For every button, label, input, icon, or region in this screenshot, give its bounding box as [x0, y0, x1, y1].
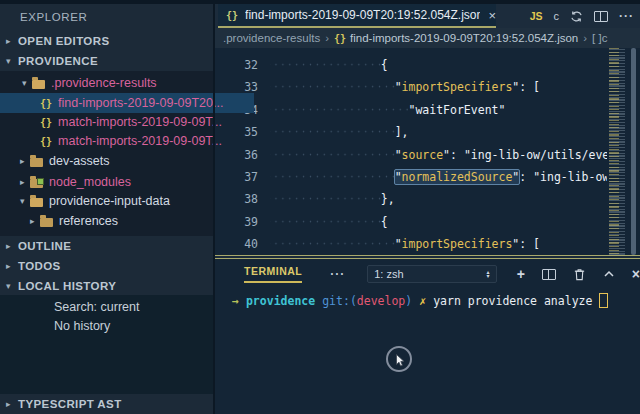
chevron-right-icon: ▸ — [6, 241, 18, 251]
folder-open-icon — [30, 198, 43, 207]
section-label: LOCAL HISTORY — [18, 280, 116, 292]
local-history-panel: Search: current No history — [0, 295, 214, 394]
tree-item-label: .providence-results — [51, 76, 157, 90]
close-tab-icon[interactable]: × — [488, 8, 496, 23]
folder-icon — [30, 158, 43, 167]
chevron-right-icon: ▸ — [6, 399, 18, 409]
tree-item-label: providence-input-data — [49, 194, 170, 208]
terminal-prompt-line[interactable]: → providence git:(develop) ✗ yarn provid… — [232, 293, 608, 308]
select-arrows-icon: ▴▾ — [487, 270, 490, 278]
new-terminal-icon[interactable]: + — [517, 266, 525, 282]
tree-item-label: match-imports-2019-09-09T... — [58, 134, 222, 148]
code-line: 37 "normalizedSource": "ing-lib-ow — [214, 166, 607, 188]
prompt-arrow-icon: → — [232, 294, 239, 308]
tree-item-providence-results[interactable]: ▾ .providence-results — [0, 73, 236, 93]
terminal-more-icon[interactable]: ··· — [330, 267, 345, 281]
chevron-right-icon: ▸ — [6, 36, 18, 46]
tab-bar: {} find-imports-2019-09-09T20:19:52.054Z… — [214, 4, 640, 28]
tree-item-label: node_modules — [49, 175, 131, 189]
editor-region: {} find-imports-2019-09-09T20:19:52.054Z… — [214, 0, 640, 414]
window-top-edge — [0, 0, 640, 4]
history-search-row[interactable]: Search: current — [54, 298, 139, 317]
terminal-panel: TERMINAL ··· 1: zsh ▴▾ + — [214, 259, 640, 414]
json-braces-icon: {} — [40, 136, 52, 147]
code-line: 36 "source": "ing-lib-ow/utils/eve — [214, 144, 607, 166]
code-line: 34 "waitForEvent" — [214, 99, 607, 121]
tree-item-match-imports-2[interactable]: {} match-imports-2019-09-09T... — [0, 131, 254, 151]
prompt-git-branch: git:(develop) — [322, 294, 412, 308]
terminal-cursor — [599, 293, 608, 308]
section-outline[interactable]: ▸ OUTLINE — [0, 236, 214, 256]
tab-title: find-imports-2019-09-09T20:19:52.054Z.js… — [245, 8, 480, 22]
section-local-history[interactable]: ▾ LOCAL HISTORY — [0, 276, 214, 296]
tree-item-match-imports-1[interactable]: {} match-imports-2019-09-09T... — [0, 112, 254, 132]
tree-item-label: references — [59, 214, 118, 228]
section-typescript-ast[interactable]: ▸ TYPESCRIPT AST — [0, 394, 214, 414]
prompt-directory: providence — [246, 294, 315, 308]
breadcrumb: .providence-results › {} find-imports-20… — [214, 28, 640, 48]
code-line: 39 { — [214, 211, 607, 233]
chevron-right-icon: ▸ — [20, 177, 30, 187]
code-editor[interactable]: 32 { 33 "importSpecifiers": [ 34 "waitFo… — [214, 48, 607, 255]
code-line: 35 ], — [214, 121, 607, 143]
section-open-editors[interactable]: ▸ OPEN EDITORS — [0, 31, 214, 51]
js-language-badge[interactable]: JS — [530, 10, 543, 22]
mouse-click-indicator — [386, 346, 412, 372]
json-braces-icon: {} — [334, 33, 346, 44]
maximize-panel-icon[interactable] — [603, 268, 615, 280]
split-editor-icon[interactable] — [594, 11, 608, 22]
json-braces-icon: {} — [40, 117, 52, 128]
breadcrumb-folder[interactable]: .providence-results — [223, 32, 320, 44]
mouse-cursor-icon — [396, 354, 405, 367]
tree-item-label: match-imports-2019-09-09T... — [58, 115, 222, 129]
code-line: 32 { — [214, 54, 607, 76]
sidebar-editor-divider[interactable] — [213, 0, 215, 414]
vscode-window: EXPLORER ▸ OPEN EDITORS ▾ PROVIDENCE ▾ .… — [0, 0, 640, 414]
word-highlight: "normalizedSource" — [394, 169, 521, 185]
tab-terminal[interactable]: TERMINAL — [244, 265, 302, 283]
section-label: TODOS — [18, 260, 61, 272]
tree-item-providence-input-data[interactable]: ▾ providence-input-data — [0, 191, 234, 211]
tree-item-label: find-imports-2019-09-09T20... — [58, 96, 223, 110]
tree-item-label: dev-assets — [49, 154, 109, 168]
tree-item-dev-assets[interactable]: ▸ dev-assets — [0, 151, 234, 171]
minimap[interactable] — [607, 48, 629, 255]
section-todos[interactable]: ▸ TODOS — [0, 256, 214, 276]
editor-scrollbar[interactable] — [631, 48, 636, 255]
section-label: OUTLINE — [18, 240, 71, 252]
tab-find-imports-json[interactable]: {} find-imports-2019-09-09T20:19:52.054Z… — [218, 4, 496, 28]
close-panel-icon[interactable]: × — [632, 266, 640, 282]
breadcrumb-separator-icon: › — [583, 32, 587, 44]
code-line: 38 }, — [214, 188, 607, 210]
shell-select-value: 1: zsh — [374, 268, 403, 280]
chevron-down-icon: ▾ — [6, 281, 18, 291]
tree-item-references[interactable]: ▸ references — [0, 211, 244, 231]
folder-npm-icon — [30, 179, 43, 188]
section-label: TYPESCRIPT AST — [18, 398, 122, 410]
chevron-down-icon: ▾ — [6, 56, 18, 66]
section-label: PROVIDENCE — [18, 55, 98, 67]
chevron-right-icon: ▸ — [30, 216, 40, 226]
breadcrumb-separator-icon: › — [325, 32, 329, 44]
kill-terminal-icon[interactable] — [573, 267, 586, 281]
json-braces-icon: {} — [40, 98, 52, 109]
terminal-header: TERMINAL ··· 1: zsh ▴▾ + — [214, 262, 640, 286]
folder-icon — [40, 218, 53, 227]
editor-actions: JS c ··· — [530, 4, 634, 28]
tree-item-node-modules[interactable]: ▸ node_modules — [0, 172, 234, 192]
section-providence[interactable]: ▾ PROVIDENCE — [0, 51, 214, 71]
chevron-down-icon: ▾ — [20, 196, 30, 206]
history-empty-row: No history — [54, 317, 110, 336]
terminal-shell-select[interactable]: 1: zsh ▴▾ — [367, 265, 496, 283]
split-terminal-icon[interactable] — [542, 269, 556, 280]
more-actions-icon[interactable]: ··· — [619, 9, 634, 23]
chevron-down-icon: ▾ — [22, 78, 32, 88]
sync-icon[interactable] — [570, 10, 583, 23]
c-badge[interactable]: c — [554, 10, 560, 22]
file-tree: ▾ .providence-results {} find-imports-20… — [0, 71, 214, 236]
section-label: OPEN EDITORS — [18, 35, 110, 47]
git-dirty-icon: ✗ — [419, 294, 426, 308]
breadcrumb-file[interactable]: find-imports-2019-09-09T20:19:52.054Z.js… — [350, 32, 578, 44]
breadcrumb-symbol[interactable]: [ ]c — [592, 32, 607, 44]
tree-item-find-imports[interactable]: {} find-imports-2019-09-09T20... — [0, 93, 254, 113]
